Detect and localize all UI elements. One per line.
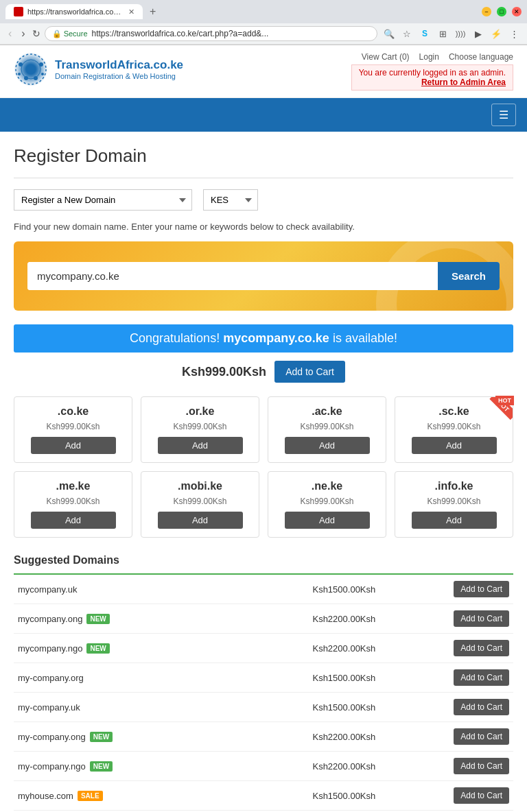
suggested-price-4: Ksh1500.00Ksh — [230, 693, 379, 722]
header-links: View Cart (0) Login Choose language — [362, 52, 513, 62]
availability-domain: mycompany.co.ke — [223, 331, 329, 345]
main-price: Ksh999.00Ksh — [182, 365, 266, 379]
rss-icon[interactable]: )))) — [453, 26, 468, 41]
add-domain-button-1[interactable]: Add — [158, 437, 243, 454]
domain-badge-6: NEW — [90, 761, 113, 772]
domain-ext-1: .or.ke — [147, 405, 253, 418]
logo-icon — [14, 52, 48, 86]
suggested-table: mycompany.uk Ksh1500.00Ksh Add to Cart m… — [14, 573, 513, 811]
suggested-add-cart-button-2[interactable]: Add to Cart — [454, 640, 509, 656]
bookmark-icon[interactable]: ⊞ — [435, 26, 450, 41]
page-title: Register Domain — [14, 145, 513, 167]
nav-bar: ☰ — [0, 98, 527, 132]
add-domain-button-7[interactable]: Add — [412, 512, 497, 529]
login-link[interactable]: Login — [419, 52, 439, 62]
suggested-price-1: Ksh2200.00Ksh — [230, 604, 379, 634]
domain-badge-1: NEW — [86, 614, 109, 624]
svg-point-2 — [27, 65, 35, 73]
availability-post: is available! — [329, 331, 397, 345]
suggested-action-0: Add to Cart — [379, 574, 513, 604]
suggested-add-cart-button-5[interactable]: Add to Cart — [454, 728, 509, 745]
add-domain-button-0[interactable]: Add — [31, 437, 116, 454]
add-domain-button-5[interactable]: Add — [158, 512, 243, 529]
suggested-domain-name-6: my-company.ngo NEW — [14, 752, 230, 781]
add-domain-button-3[interactable]: Add — [412, 437, 497, 454]
domain-badge-7: SALE — [78, 791, 103, 801]
suggested-row-0: mycompany.uk Ksh1500.00Ksh Add to Cart — [14, 574, 513, 604]
suggested-row-4: my-company.uk Ksh1500.00Ksh Add to Cart — [14, 693, 513, 722]
domain-card-3: .sc.ke Ksh999.00Ksh Add — [395, 396, 513, 463]
video-icon[interactable]: ▶ — [471, 26, 486, 41]
add-domain-button-6[interactable]: Add — [285, 512, 370, 529]
search-box: Search — [27, 262, 500, 290]
main-content: Register Domain Register a New Domain KE… — [0, 132, 527, 812]
minimize-button[interactable]: − — [482, 7, 491, 16]
site-tagline: Domain Registration & Web Hosting — [55, 72, 183, 80]
browser-tab[interactable]: https://transworldafrica.co.ke/cart.php?… — [5, 4, 143, 19]
suggested-add-cart-button-0[interactable]: Add to Cart — [454, 581, 509, 597]
domain-type-select[interactable]: Register a New Domain — [14, 189, 192, 211]
currency-select[interactable]: KES — [203, 189, 258, 211]
hot-badge — [485, 397, 513, 425]
star-icon[interactable]: ☆ — [399, 26, 414, 41]
tab-title: https://transworldafrica.co.ke/cart.php?… — [27, 8, 121, 16]
domain-price-2: Ksh999.00Ksh — [274, 422, 380, 431]
refresh-button[interactable]: ↻ — [32, 28, 40, 39]
extension-icon[interactable]: ⚡ — [489, 26, 504, 41]
hamburger-button[interactable]: ☰ — [491, 104, 516, 126]
domain-price-6: Ksh999.00Ksh — [274, 497, 380, 506]
search-section: Search — [14, 241, 513, 311]
domain-card-0: .co.ke Ksh999.00Ksh Add — [14, 396, 132, 463]
site-name: TransworldAfrica.co.ke — [55, 58, 183, 72]
search-button[interactable]: Search — [438, 262, 500, 290]
return-admin-link[interactable]: Return to Admin Area — [421, 77, 506, 87]
suggested-action-5: Add to Cart — [379, 722, 513, 752]
suggested-domain-name-3: my-company.org — [14, 663, 230, 693]
suggested-domain-name-7: myhouse.com SALE — [14, 781, 230, 811]
svg-point-8 — [41, 73, 44, 75]
address-bar[interactable]: 🔒 Secure https://transworldafrica.co.ke/… — [45, 26, 377, 41]
suggested-row-7: myhouse.com SALE Ksh1500.00Ksh Add to Ca… — [14, 781, 513, 811]
domain-ext-0: .co.ke — [20, 405, 126, 418]
suggested-action-3: Add to Cart — [379, 663, 513, 693]
domain-grid: .co.ke Ksh999.00Ksh Add .or.ke Ksh999.00… — [14, 396, 513, 538]
add-to-cart-main-button[interactable]: Add to Cart — [274, 361, 345, 383]
suggested-row-5: my-company.ong NEW Ksh2200.00Ksh Add to … — [14, 722, 513, 752]
domain-ext-2: .ac.ke — [274, 405, 380, 418]
skype-icon[interactable]: S — [417, 26, 432, 41]
domain-search-input[interactable] — [27, 262, 438, 290]
suggested-domain-name-1: mycompany.ong NEW — [14, 604, 230, 634]
maximize-button[interactable]: □ — [497, 7, 506, 16]
suggested-add-cart-button-3[interactable]: Add to Cart — [454, 669, 509, 686]
search-toolbar-icon[interactable]: 🔍 — [382, 26, 397, 41]
suggested-action-1: Add to Cart — [379, 604, 513, 634]
secure-label: Secure — [64, 29, 88, 38]
tab-close-icon[interactable]: ✕ — [128, 8, 134, 16]
suggested-add-cart-button-7[interactable]: Add to Cart — [454, 787, 509, 804]
add-domain-button-2[interactable]: Add — [285, 437, 370, 454]
suggested-add-cart-button-4[interactable]: Add to Cart — [454, 699, 509, 715]
availability-pre: Congratulations! — [130, 331, 223, 345]
site-header: TransworldAfrica.co.ke Domain Registrati… — [0, 45, 527, 98]
language-link[interactable]: Choose language — [449, 52, 513, 62]
add-domain-button-4[interactable]: Add — [31, 512, 116, 529]
tab-favicon — [14, 7, 23, 16]
suggested-add-cart-button-1[interactable]: Add to Cart — [454, 610, 509, 627]
new-tab-button[interactable]: + — [144, 4, 161, 19]
view-cart-link[interactable]: View Cart (0) — [362, 52, 410, 62]
domain-badge-2: NEW — [86, 643, 109, 654]
forward-button[interactable]: › — [19, 26, 27, 41]
svg-point-7 — [18, 73, 21, 75]
close-button[interactable]: ✕ — [512, 7, 522, 16]
domain-card-1: .or.ke Ksh999.00Ksh Add — [141, 396, 259, 463]
suggested-price-5: Ksh2200.00Ksh — [230, 722, 379, 752]
domain-ext-7: .info.ke — [401, 480, 507, 492]
suggested-add-cart-button-6[interactable]: Add to Cart — [454, 758, 509, 774]
domain-price-5: Ksh999.00Ksh — [147, 497, 253, 506]
suggested-domain-name-4: my-company.uk — [14, 693, 230, 722]
admin-notice-text: You are currently logged in as an admin. — [359, 68, 506, 77]
back-button[interactable]: ‹ — [5, 26, 14, 41]
menu-icon[interactable]: ⋮ — [506, 26, 522, 41]
logo-area: TransworldAfrica.co.ke Domain Registrati… — [14, 52, 183, 86]
suggested-action-4: Add to Cart — [379, 693, 513, 722]
